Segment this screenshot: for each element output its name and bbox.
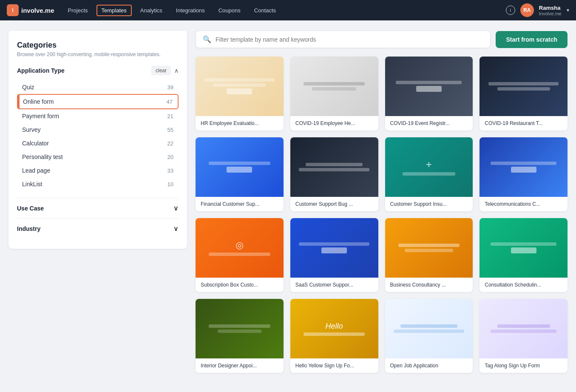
filter-item-lead-page-label: Lead page — [22, 167, 50, 174]
template-name-bug: Customer Support Bug ... — [290, 197, 378, 211]
nav-analytics[interactable]: Analytics — [135, 5, 167, 16]
logo-icon: i — [7, 4, 19, 16]
search-icon: 🔍 — [203, 35, 211, 43]
filter-item-survey-label: Survey — [22, 126, 41, 133]
filter-item-calculator[interactable]: Calculator 22 — [17, 136, 179, 150]
logo-text: involve.me — [21, 7, 54, 14]
main-container: Categories Browse over 200 high-converti… — [0, 20, 576, 383]
filter-item-survey[interactable]: Survey 55 — [17, 123, 179, 136]
template-card-biz[interactable]: Preview Choose Business Consultancy ... — [385, 218, 473, 292]
search-input[interactable] — [216, 36, 483, 43]
use-case-chevron: ∨ — [173, 204, 179, 212]
application-type-header: Application Type clear ∧ — [17, 66, 179, 75]
template-name-consult: Consultation Schedulin... — [480, 278, 567, 292]
template-name-hello: Hello Yellow Sign Up Fo... — [290, 358, 378, 373]
template-card-covid1[interactable]: Preview Choose COVID-19 Employee He... — [290, 57, 378, 131]
template-thumbnail-hello: Hello — [290, 299, 378, 358]
template-card-bug[interactable]: Preview Choose Customer Support Bug ... — [290, 137, 378, 211]
industry-title: Industry — [17, 225, 40, 232]
filter-item-payment-form[interactable]: Payment form 21 — [17, 109, 179, 123]
filter-item-calculator-label: Calculator — [22, 140, 49, 147]
filter-item-online-form-count: 47 — [167, 99, 173, 105]
filter-header-right: clear ∧ — [151, 66, 179, 75]
nav-contacts[interactable]: Contacts — [249, 5, 281, 16]
template-thumbnail-biz — [385, 218, 473, 278]
template-card-covid2[interactable]: Preview Choose COVID-19 Event Registr... — [385, 57, 473, 131]
template-thumbnail-telecom — [480, 137, 567, 197]
navbar: i involve.me Projects Templates Analytic… — [0, 0, 576, 20]
filter-item-quiz[interactable]: Quiz 39 — [17, 80, 179, 94]
start-from-scratch-button[interactable]: Start from scratch — [496, 31, 567, 48]
template-card-consult[interactable]: Preview Choose Consultation Schedulin... — [480, 218, 567, 292]
filter-item-personality-test[interactable]: Personality test 20 — [17, 150, 179, 164]
filter-item-lead-page[interactable]: Lead page 33 — [17, 164, 179, 177]
search-bar-container: 🔍 Start from scratch — [196, 31, 567, 48]
logo[interactable]: i involve.me — [7, 4, 54, 16]
selected-indicator — [18, 95, 20, 108]
template-thumbnail-bug — [290, 137, 378, 197]
use-case-section[interactable]: Use Case ∨ — [17, 198, 179, 218]
template-card-insur[interactable]: + Preview Choose Customer Support Insu..… — [385, 137, 473, 211]
template-thumbnail-financial — [196, 137, 284, 197]
info-icon[interactable]: i — [506, 6, 515, 15]
template-name-job: Open Job Application — [385, 358, 473, 373]
industry-section[interactable]: Industry ∨ — [17, 218, 179, 239]
template-card-interior[interactable]: Preview Choose Interior Designer Appoi..… — [196, 299, 284, 373]
template-name-sub: Subscription Box Custo... — [196, 278, 284, 292]
filter-item-linklist-label: LinkList — [22, 181, 42, 187]
template-grid: Preview Choose HR Employee Evaluatio... … — [196, 57, 567, 373]
template-thumbnail-saas — [290, 218, 378, 278]
nav-templates[interactable]: Templates — [96, 5, 132, 16]
template-card-hr[interactable]: Preview Choose HR Employee Evaluatio... — [196, 57, 284, 131]
nav-coupons[interactable]: Coupons — [213, 5, 246, 16]
sidebar-subtitle: Browse over 200 high-converting, mobile-… — [17, 51, 179, 57]
filter-item-quiz-count: 39 — [167, 84, 173, 91]
template-card-tag[interactable]: Preview Choose Tag Along Sign Up Form — [480, 299, 567, 373]
template-thumbnail-interior — [196, 299, 284, 358]
filter-item-calculator-count: 22 — [167, 140, 173, 147]
filter-item-quiz-label: Quiz — [22, 84, 34, 91]
application-type-section: Application Type clear ∧ Quiz 39 Online … — [17, 66, 179, 191]
user-menu-chevron[interactable]: ▾ — [567, 7, 569, 13]
template-name-saas: SaaS Customer Suppor... — [290, 278, 378, 292]
content-area: 🔍 Start from scratch Preview Choose — [196, 31, 567, 373]
template-thumbnail-hr — [196, 57, 284, 116]
template-thumbnail-covid3 — [480, 57, 567, 116]
industry-chevron: ∨ — [173, 224, 179, 233]
filter-item-linklist[interactable]: LinkList 10 — [17, 177, 179, 191]
user-name: Ramsha — [539, 5, 562, 11]
template-name-covid1: COVID-19 Employee He... — [290, 116, 378, 131]
template-card-financial[interactable]: Preview Choose Financial Customer Sup... — [196, 137, 284, 211]
filter-item-personality-test-label: Personality test — [22, 153, 63, 160]
application-type-collapse-button[interactable]: ∧ — [174, 67, 179, 74]
template-name-financial: Financial Customer Sup... — [196, 197, 284, 211]
template-thumbnail-covid2 — [385, 57, 473, 116]
clear-filter-button[interactable]: clear — [151, 66, 171, 75]
filter-item-online-form[interactable]: Online form 47 — [17, 94, 179, 109]
filter-item-payment-form-count: 21 — [167, 113, 173, 119]
template-name-interior: Interior Designer Appoi... — [196, 358, 284, 373]
template-name-tag: Tag Along Sign Up Form — [480, 358, 567, 373]
template-card-telecom[interactable]: Preview Choose Telecommunications C... — [480, 137, 567, 211]
sidebar: Categories Browse over 200 high-converti… — [9, 31, 187, 249]
use-case-title: Use Case — [17, 205, 44, 212]
nav-projects[interactable]: Projects — [63, 5, 93, 16]
template-name-biz: Business Consultancy ... — [385, 278, 473, 292]
template-card-sub[interactable]: ◎ Preview Choose Subscription Box Custo.… — [196, 218, 284, 292]
template-card-covid3[interactable]: Preview Choose COVID-19 Restaurant T... — [480, 57, 567, 131]
template-thumbnail-consult — [480, 218, 567, 278]
nav-integrations[interactable]: Integrations — [171, 5, 210, 16]
template-card-job[interactable]: Preview Choose Open Job Application — [385, 299, 473, 373]
filter-item-personality-test-count: 20 — [167, 154, 173, 160]
template-thumbnail-tag — [480, 299, 567, 358]
template-name-hr: HR Employee Evaluatio... — [196, 116, 284, 131]
user-domain: Involve.me — [539, 11, 562, 16]
template-card-saas[interactable]: Preview Choose SaaS Customer Suppor... — [290, 218, 378, 292]
template-name-covid2: COVID-19 Event Registr... — [385, 116, 473, 131]
application-type-title: Application Type — [17, 67, 65, 74]
template-name-covid3: COVID-19 Restaurant T... — [480, 116, 567, 131]
template-card-hello[interactable]: Hello Preview Choose Hello Yellow Sign U… — [290, 299, 378, 373]
filter-item-online-form-label: Online form — [23, 98, 54, 105]
navbar-right: i RA Ramsha Involve.me ▾ — [506, 3, 569, 17]
filter-item-survey-count: 55 — [167, 127, 173, 133]
